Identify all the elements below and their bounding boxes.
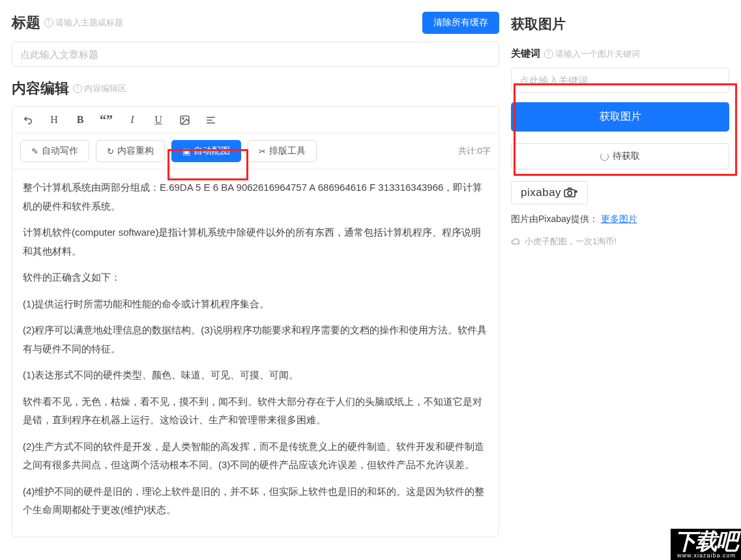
content-paragraph: (2)生产方式不同的软件是开发，是人类智能的高发挥，而不是传统意义上的硬件制造。…: [23, 438, 488, 475]
content-paragraph: (1)提供运行时所需功能和性能的命令或计算机程序集合。: [23, 295, 488, 314]
info-icon: !: [73, 84, 82, 93]
keyword-label: 关键词: [511, 48, 540, 60]
camera-icon: [564, 188, 578, 198]
content-paragraph: (2)程序可以满意地处理信息的数据结构。(3)说明程序功能要求和程序需要的文档的…: [23, 321, 488, 358]
italic-icon[interactable]: I: [124, 112, 140, 128]
auto-write-button[interactable]: ✎ 自动写作: [20, 140, 89, 162]
content-heading: 内容编辑: [12, 79, 69, 98]
keyword-input[interactable]: [511, 68, 729, 93]
clear-cache-button[interactable]: 清除所有缓存: [422, 12, 499, 34]
pending-button[interactable]: 待获取: [511, 143, 729, 169]
cloud-icon: [511, 237, 521, 247]
content-paragraph: 软件看不见，无色，枯燥，看不见，摸不到，闻不到。软件大部分存在于人们的头脑或纸上…: [23, 393, 488, 430]
title-input[interactable]: [12, 42, 499, 67]
image-credit: 图片由Pixabay提供： 更多图片: [511, 214, 729, 225]
content-paragraph: (1)表达形式不同的硬件类型、颜色、味道、可见、可摸、可闻。: [23, 366, 488, 385]
pencil-icon: ✎: [31, 147, 38, 156]
info-icon: !: [544, 49, 553, 59]
sidebar-heading: 获取图片: [511, 15, 729, 33]
content-paragraph: 整个计算机系统由两部分组成：E.69DA 5 E 6 BA 9062616964…: [23, 178, 488, 216]
title-hint: ! 请输入主题或标题: [44, 17, 123, 29]
content-paragraph: (4)维护不同的硬件是旧的，理论上软件是旧的，并不坏，但实际上软件也是旧的和坏的…: [23, 483, 488, 520]
more-images-link[interactable]: 更多图片: [601, 214, 637, 224]
spinner-icon: [600, 152, 609, 161]
tool-icon: ✂: [259, 147, 266, 156]
pixabay-logo: pixabay: [511, 181, 588, 204]
align-icon[interactable]: [203, 112, 218, 128]
undo-icon[interactable]: [20, 112, 36, 128]
action-toolbar: ✎ 自动写作 ↻ 内容重构 ▣ 自动配图 ✂ 排版工具 共计:0字: [12, 133, 499, 169]
title-header: 标题 ! 请输入主题或标题 清除所有缓存: [12, 12, 499, 34]
rebuild-button[interactable]: ↻ 内容重构: [96, 140, 165, 162]
underline-icon[interactable]: U: [151, 112, 166, 128]
image-icon[interactable]: [177, 112, 192, 128]
footer-note: 小虎子配图，一次1淘币!: [511, 236, 729, 247]
content-hint: ! 内容编辑区: [73, 83, 126, 94]
svg-point-1: [182, 117, 183, 119]
keyword-header: 关键词 ! 请输入一个图片关键词: [511, 48, 729, 60]
watermark: 下载吧 www.xiazaiba.com: [671, 529, 741, 560]
bold-icon[interactable]: B: [72, 112, 88, 128]
word-count: 共计:0字: [458, 145, 491, 157]
quote-icon[interactable]: “”: [98, 112, 114, 128]
refresh-icon: ↻: [107, 147, 114, 156]
format-toolbar: H B “” I U: [12, 107, 499, 133]
content-paragraph: 软件的正确含义如下：: [23, 268, 488, 287]
layout-tool-button[interactable]: ✂ 排版工具: [248, 140, 317, 162]
auto-image-button[interactable]: ▣ 自动配图: [171, 140, 241, 162]
picture-icon: ▣: [182, 147, 190, 156]
keyword-hint: ! 请输入一个图片关键词: [544, 48, 640, 60]
heading-icon[interactable]: H: [46, 112, 62, 128]
title-heading: 标题: [12, 13, 40, 33]
fetch-image-button[interactable]: 获取图片: [511, 102, 729, 132]
content-paragraph: 计算机软件(computer software)是指计算机系统中除硬件以外的所有…: [23, 223, 488, 260]
svg-point-7: [575, 191, 577, 192]
info-icon: !: [44, 18, 53, 27]
editor-panel: H B “” I U ✎ 自动写作 ↻ 内容重构: [12, 106, 499, 537]
svg-point-6: [568, 191, 572, 195]
content-area[interactable]: 整个计算机系统由两部分组成：E.69DA 5 E 6 BA 9062616964…: [12, 169, 499, 537]
